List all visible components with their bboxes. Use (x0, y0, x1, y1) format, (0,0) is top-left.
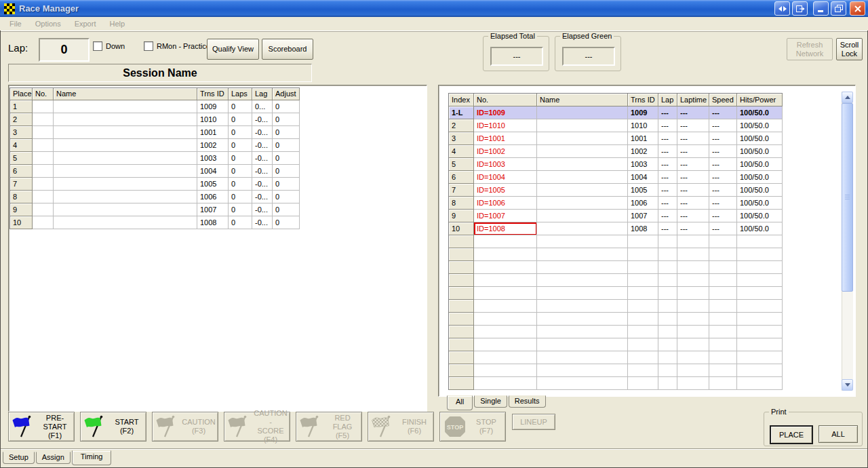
cell[interactable] (537, 158, 628, 171)
cell[interactable] (628, 274, 658, 287)
cell[interactable] (54, 139, 197, 152)
table-row[interactable] (449, 377, 783, 390)
cell[interactable] (658, 338, 677, 351)
table-row[interactable]: 4ID=10021002---------100/50.0 (449, 145, 783, 158)
cell[interactable]: --- (709, 171, 737, 184)
cell[interactable]: 100/50.0 (737, 132, 783, 145)
cell[interactable] (54, 126, 197, 139)
cell[interactable]: 0 (273, 165, 300, 178)
cell[interactable]: 100/50.0 (737, 222, 783, 235)
checkbox-box-icon[interactable] (144, 41, 153, 51)
cell[interactable] (628, 338, 658, 351)
cell[interactable] (677, 287, 709, 300)
cell[interactable] (709, 300, 737, 313)
cell[interactable]: -0... (252, 165, 273, 178)
table-row[interactable] (449, 235, 783, 248)
cell[interactable]: 100/50.0 (737, 158, 783, 171)
cell[interactable]: --- (709, 158, 737, 171)
row-header-cell[interactable]: 3 (10, 126, 33, 139)
table-row[interactable]: 10ID=10081008---------100/50.0 (449, 222, 783, 235)
row-header-cell[interactable]: 8 (10, 191, 33, 203)
cell[interactable]: 1003 (628, 158, 658, 171)
cell[interactable] (658, 235, 677, 248)
table-row[interactable]: 1-LID=10091009---------100/50.0 (449, 106, 783, 119)
cell[interactable] (737, 313, 783, 326)
cell[interactable] (628, 300, 658, 313)
cell[interactable]: 0 (229, 152, 252, 165)
cell[interactable] (658, 377, 677, 390)
row-header-cell[interactable]: 3 (449, 132, 474, 145)
table-row[interactable]: 1100900...0 (10, 100, 300, 113)
cell[interactable]: 1003 (197, 152, 229, 165)
cell[interactable]: 0 (273, 100, 300, 113)
down-checkbox[interactable]: Down (93, 41, 125, 51)
cell[interactable]: 0 (273, 216, 300, 229)
cell[interactable]: --- (709, 145, 737, 158)
cell[interactable] (537, 248, 628, 261)
cell[interactable]: -0... (252, 139, 273, 152)
restore-button[interactable] (831, 1, 846, 16)
row-header-cell[interactable]: 5 (449, 158, 474, 171)
tab-all[interactable]: All (447, 395, 473, 410)
cell[interactable]: 1006 (628, 197, 658, 210)
cell[interactable]: 0 (273, 139, 300, 152)
cell[interactable] (709, 313, 737, 326)
cell[interactable] (54, 165, 197, 178)
cell[interactable]: 0 (273, 203, 300, 216)
table-row[interactable]: 3ID=10011001---------100/50.0 (449, 132, 783, 145)
cell[interactable]: -0... (252, 113, 273, 126)
cell[interactable]: -0... (252, 191, 273, 203)
shrink-button[interactable] (774, 1, 790, 16)
cell[interactable]: --- (658, 171, 677, 184)
cell[interactable]: -0... (252, 178, 273, 191)
cell[interactable]: 0 (229, 126, 252, 139)
cell[interactable]: 1001 (197, 126, 229, 139)
table-row[interactable]: 310010-0...0 (10, 126, 300, 139)
row-header-cell[interactable]: 7 (10, 178, 33, 191)
table-row[interactable]: 5ID=10031003---------100/50.0 (449, 158, 783, 171)
row-header-cell[interactable]: 9 (10, 203, 33, 216)
cell[interactable] (628, 248, 658, 261)
cell[interactable]: 1006 (197, 191, 229, 203)
table-row[interactable] (449, 274, 783, 287)
cell[interactable] (658, 287, 677, 300)
scroll-down-button[interactable] (842, 379, 853, 391)
cell[interactable]: ID=1004 (474, 171, 537, 184)
row-header-cell[interactable]: 4 (10, 139, 33, 152)
cell[interactable] (737, 274, 783, 287)
cell[interactable] (474, 248, 537, 261)
cell[interactable]: --- (709, 132, 737, 145)
cell[interactable]: 0 (229, 203, 252, 216)
cell[interactable]: --- (658, 210, 677, 222)
row-header-cell[interactable] (449, 287, 474, 300)
cell[interactable] (54, 100, 197, 113)
cell[interactable] (54, 203, 197, 216)
cell[interactable]: --- (677, 132, 709, 145)
cell[interactable]: --- (677, 145, 709, 158)
row-header-cell[interactable]: 5 (10, 152, 33, 165)
cell[interactable]: --- (709, 222, 737, 235)
cell[interactable] (33, 100, 54, 113)
cell[interactable]: 1010 (197, 113, 229, 126)
rmon-practice-checkbox[interactable]: RMon - Practice (144, 41, 210, 51)
row-header-cell[interactable]: 4 (449, 145, 474, 158)
cell[interactable]: --- (658, 158, 677, 171)
cell[interactable] (677, 377, 709, 390)
cell[interactable] (677, 313, 709, 326)
cell[interactable]: 100/50.0 (737, 106, 783, 119)
table-row[interactable] (449, 248, 783, 261)
table-row[interactable]: 710050-0...0 (10, 178, 300, 191)
cell[interactable]: ID=1009 (474, 106, 537, 119)
cell[interactable]: 100/50.0 (737, 145, 783, 158)
cell[interactable]: --- (709, 184, 737, 197)
cell[interactable] (54, 113, 197, 126)
cell[interactable] (474, 338, 537, 351)
table-row[interactable] (449, 313, 783, 326)
row-header-cell[interactable]: 1-L (449, 106, 474, 119)
cell[interactable] (737, 248, 783, 261)
cell[interactable] (658, 364, 677, 377)
row-header-cell[interactable]: 6 (10, 165, 33, 178)
row-header-cell[interactable]: 2 (10, 113, 33, 126)
cell[interactable]: --- (658, 145, 677, 158)
cell[interactable] (709, 261, 737, 274)
